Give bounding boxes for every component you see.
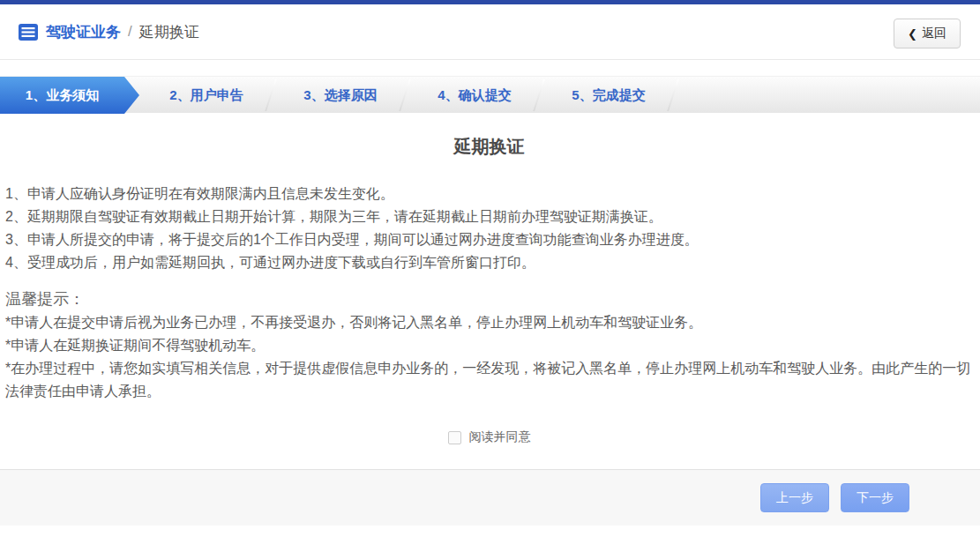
notice-item-2: 2、延期期限自驾驶证有效期截止日期开始计算，期限为三年，请在延期截止日期前办理驾… [5,205,973,228]
header: 驾驶证业务 / 延期换证 ❮ 返回 [0,4,980,60]
step-label: 4、确认提交 [438,87,511,104]
step-3-select-reason: 3、选择原因 [273,77,408,114]
page-title: 延期换证 [5,135,973,159]
step-progress-bar: 1、业务须知 2、用户申告 3、选择原因 4、确认提交 5、完成提交 [0,76,980,113]
footer-action-bar: 上一步 下一步 [0,469,980,526]
notice-item-1: 1、申请人应确认身份证明在有效期限满内且信息未发生变化。 [5,183,973,205]
notice-item-4: 4、受理成功后，用户如需延期回执，可通过网办进度下载或自行到车管所窗口打印。 [5,251,973,274]
step-label: 2、用户申告 [169,87,243,104]
tip-item-1: *申请人在提交申请后视为业务已办理，不再接受退办，否则将记入黑名单，停止办理网上… [5,311,973,334]
step-label: 3、选择原因 [303,87,377,104]
list-icon [18,23,39,41]
previous-step-button[interactable]: 上一步 [760,483,829,512]
step-5-finish-submit: 5、完成提交 [542,77,676,114]
back-button[interactable]: ❮ 返回 [894,19,961,48]
chevron-left-icon: ❮ [908,27,917,41]
breadcrumb: 驾驶证业务 / 延期换证 [18,22,199,42]
step-1-business-notice: 1、业务须知 [0,77,139,114]
next-step-button[interactable]: 下一步 [841,483,909,512]
step-label: 5、完成提交 [572,87,645,104]
step-bar-filler [676,77,980,113]
breadcrumb-driver-license-business[interactable]: 驾驶证业务 [46,22,121,42]
tip-item-2: *申请人在延期换证期间不得驾驶机动车。 [5,334,973,357]
back-button-label: 返回 [922,26,946,41]
agree-checkbox[interactable] [448,431,461,444]
main-content: 延期换证 1、申请人应确认身份证明在有效期限满内且信息未发生变化。 2、延期期限… [0,135,980,445]
step-label: 1、业务须知 [26,87,99,104]
page: 驾驶证业务 / 延期换证 ❮ 返回 1、业务须知 2、用户申告 3、选择原因 4… [0,0,980,537]
notice-item-3: 3、申请人所提交的申请，将于提交后的1个工作日内受理，期间可以通过网办进度查询功… [5,228,973,251]
breadcrumb-current-page: 延期换证 [139,22,199,42]
warm-tips-list: *申请人在提交申请后视为业务已办理，不再接受退办，否则将记入黑名单，停止办理网上… [5,311,973,403]
step-2-user-declaration: 2、用户申告 [139,77,273,114]
agreement-row: 阅读并同意 [5,429,973,445]
step-4-confirm-submit: 4、确认提交 [408,77,542,114]
notice-list: 1、申请人应确认身份证明在有效期限满内且信息未发生变化。 2、延期期限自驾驶证有… [5,183,973,274]
breadcrumb-separator: / [128,23,132,41]
warm-tips-heading: 温馨提示： [5,287,973,311]
tip-item-3: *在办理过程中，请您如实填写相关信息，对于提供虚假信息申办业务的，一经发现，将被… [5,357,973,403]
agree-checkbox-label[interactable]: 阅读并同意 [469,429,531,445]
